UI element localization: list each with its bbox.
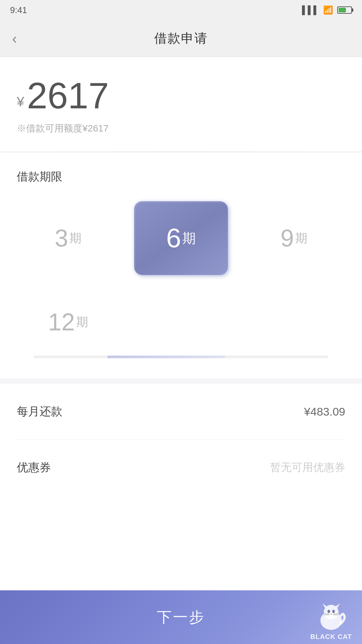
main-content: ¥ 2617 ※借款可用额度¥2617 借款期限 3 期 6 期 9 期 xyxy=(0,57,362,594)
cat-logo: BLACK CAT xyxy=(310,602,352,641)
period-option-6[interactable]: 6 期 xyxy=(134,201,228,275)
cat-icon xyxy=(314,602,348,632)
battery-fill xyxy=(339,8,346,12)
next-button[interactable]: 下一步 xyxy=(157,607,205,627)
currency-symbol: ¥ xyxy=(17,94,24,109)
period-unit-12: 期 xyxy=(76,314,88,330)
period-section-title: 借款期限 xyxy=(17,169,345,184)
period-grid: 3 期 6 期 9 期 12 期 xyxy=(17,201,345,352)
signal-icon: ▌▌▌ xyxy=(302,5,319,15)
period-option-3[interactable]: 3 期 xyxy=(28,208,108,268)
period-unit-6: 期 xyxy=(182,229,196,248)
period-number-9: 9 xyxy=(281,226,294,250)
coupon-label: 优惠券 xyxy=(17,460,51,475)
period-section: 借款期限 3 期 6 期 9 期 12 期 xyxy=(0,152,362,378)
bottom-bar: 下一步 BLACK CAT xyxy=(0,590,362,644)
wifi-icon: 📶 xyxy=(323,5,333,15)
coupon-placeholder: 暂无可用优惠券 xyxy=(270,460,345,475)
svg-point-5 xyxy=(332,610,335,613)
slide-indicator xyxy=(107,356,225,358)
slide-track xyxy=(34,356,328,358)
period-number-6: 6 xyxy=(166,225,181,252)
amount-note: ※借款可用额度¥2617 xyxy=(17,122,345,135)
back-button[interactable]: ‹ xyxy=(12,30,17,47)
period-number-3: 3 xyxy=(55,226,68,250)
amount-section: ¥ 2617 ※借款可用额度¥2617 xyxy=(0,57,362,152)
page-title: 借款申请 xyxy=(154,30,208,47)
amount-value: 2617 xyxy=(27,77,109,114)
period-number-12: 12 xyxy=(48,310,75,334)
monthly-payment-value: ¥483.09 xyxy=(304,405,345,418)
period-option-9[interactable]: 9 期 xyxy=(254,208,334,268)
cat-label: BLACK CAT xyxy=(310,633,352,641)
coupon-row[interactable]: 优惠券 暂无可用优惠券 xyxy=(17,440,345,495)
status-bar: 9:41 ▌▌▌ 📶 xyxy=(0,0,362,20)
monthly-payment-row: 每月还款 ¥483.09 xyxy=(17,384,345,440)
section-divider-2 xyxy=(0,378,362,384)
header: ‹ 借款申请 xyxy=(0,20,362,57)
period-option-12[interactable]: 12 期 xyxy=(28,292,108,352)
amount-display: ¥ 2617 xyxy=(17,77,345,114)
payment-section: 每月还款 ¥483.09 优惠券 暂无可用优惠券 xyxy=(0,384,362,495)
bottom-spacer xyxy=(0,495,362,556)
period-unit-9: 期 xyxy=(295,230,307,247)
battery-icon xyxy=(337,6,352,14)
period-unit-3: 期 xyxy=(69,230,81,247)
status-icons: ▌▌▌ 📶 xyxy=(302,5,352,15)
monthly-payment-label: 每月还款 xyxy=(17,404,62,419)
svg-point-4 xyxy=(327,610,330,613)
status-time: 9:41 xyxy=(10,5,27,15)
